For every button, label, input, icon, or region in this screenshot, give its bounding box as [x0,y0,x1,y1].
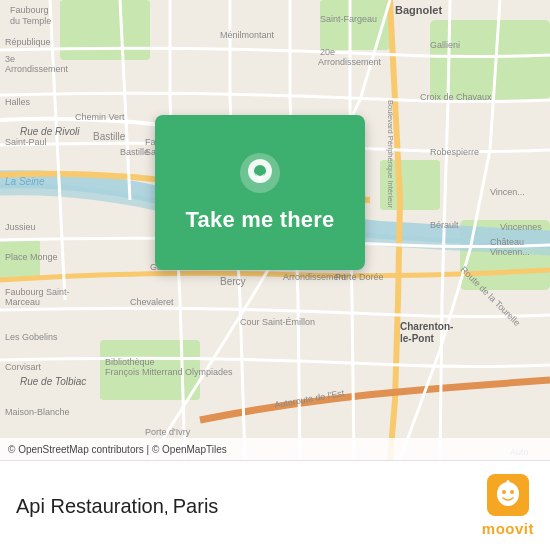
svg-text:Bibliothèque: Bibliothèque [105,357,155,367]
svg-text:Saint-Paul: Saint-Paul [5,137,47,147]
location-info: Api Restauration, Paris [16,493,472,519]
svg-text:Chevaleret: Chevaleret [130,297,174,307]
svg-text:Porte Dorée: Porte Dorée [335,272,384,282]
svg-text:Faubourg Saint-: Faubourg Saint- [5,287,70,297]
location-city: Paris [173,495,219,517]
svg-text:3e: 3e [5,54,15,64]
svg-point-68 [510,490,514,494]
svg-text:Croix de Chavaux: Croix de Chavaux [420,92,492,102]
svg-text:Bercy: Bercy [220,276,246,287]
moovit-icon-wrapper [487,474,529,516]
svg-text:Faubourg: Faubourg [10,5,49,15]
svg-text:le-Pont: le-Pont [400,333,435,344]
moovit-logo: moovit [482,474,534,537]
svg-point-67 [502,490,506,494]
svg-text:Vincennes: Vincennes [500,222,542,232]
svg-text:François Mitterrand: François Mitterrand [105,367,183,377]
svg-text:Chemin Vert: Chemin Vert [75,112,125,122]
svg-text:Bastille: Bastille [93,131,126,142]
svg-text:Boulevard Périphérique Intérie: Boulevard Périphérique Intérieur [386,100,395,208]
svg-text:Les Gobelins: Les Gobelins [5,332,58,342]
svg-rect-1 [60,0,150,60]
map-container: Faubourg du Temple Bagnolet République G… [0,0,550,460]
moovit-text: moovit [482,520,534,537]
bottom-bar: Api Restauration, Paris moo [0,460,550,550]
svg-point-69 [506,480,509,483]
svg-text:République: République [5,37,51,47]
svg-text:Rue de Tolbiac: Rue de Tolbiac [20,376,86,387]
svg-text:Olympiades: Olympiades [185,367,233,377]
svg-point-65 [254,165,266,177]
moovit-face-icon [493,480,523,510]
location-name: Api Restauration [16,495,164,517]
svg-text:Marceau: Marceau [5,297,40,307]
location-pin-icon [238,151,282,195]
svg-text:Gallieni: Gallieni [430,40,460,50]
svg-text:Ménilmontant: Ménilmontant [220,30,275,40]
svg-text:Halles: Halles [5,97,31,107]
pin-card: Take me there [155,115,365,270]
svg-text:Maison-Blanche: Maison-Blanche [5,407,70,417]
svg-text:Rue de Rivoli: Rue de Rivoli [20,126,80,137]
app-container: Faubourg du Temple Bagnolet République G… [0,0,550,550]
svg-text:La Seine: La Seine [5,176,45,187]
location-city-separator: , [164,499,173,516]
svg-text:Vincenn...: Vincenn... [490,247,530,257]
svg-text:Cour Saint-Émillon: Cour Saint-Émillon [240,317,315,327]
svg-text:du Temple: du Temple [10,16,51,26]
svg-text:Arrondissement: Arrondissement [5,64,69,74]
svg-text:Arrondissement: Arrondissement [318,57,382,67]
svg-text:20e: 20e [320,47,335,57]
svg-rect-2 [320,0,390,50]
svg-text:Charenton-: Charenton- [400,321,453,332]
svg-text:Bagnolet: Bagnolet [395,4,442,16]
svg-text:Bérault: Bérault [430,220,459,230]
svg-text:Vincen...: Vincen... [490,187,525,197]
svg-text:Porte d'Ivry: Porte d'Ivry [145,427,191,437]
svg-text:Robespierre: Robespierre [430,147,479,157]
svg-text:Saint-Fargeau: Saint-Fargeau [320,14,377,24]
svg-text:Corvisart: Corvisart [5,362,42,372]
svg-text:Jussieu: Jussieu [5,222,36,232]
svg-text:Château: Château [490,237,524,247]
svg-text:Place Monge: Place Monge [5,252,58,262]
attribution-bar: © OpenStreetMap contributors | © OpenMap… [0,438,550,460]
attribution-text: © OpenStreetMap contributors | © OpenMap… [8,444,227,455]
take-me-there-button[interactable]: Take me there [176,207,345,233]
